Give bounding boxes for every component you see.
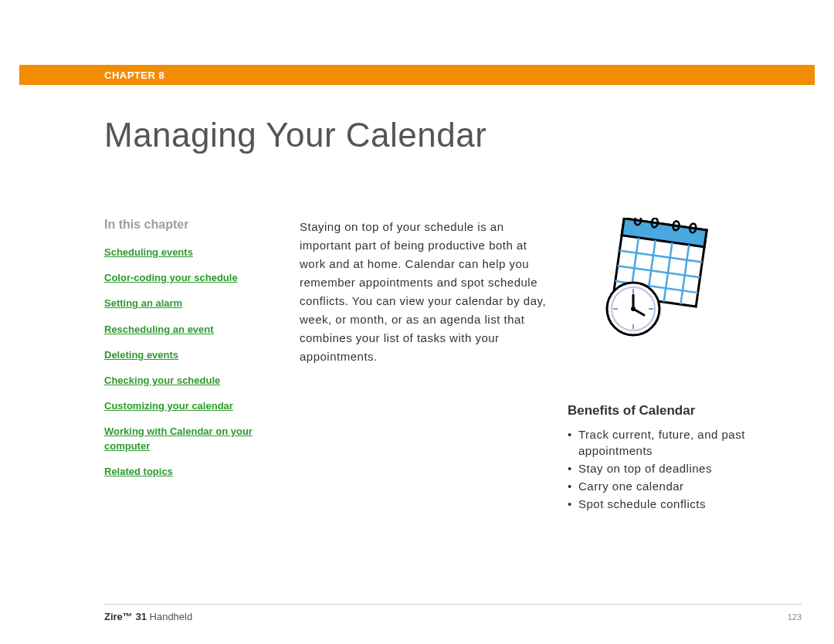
in-this-chapter-sidebar: In this chapter Scheduling events Color-… (104, 218, 278, 490)
sidebar-heading: In this chapter (104, 218, 278, 232)
list-item: Carry one calendar (568, 478, 799, 494)
footer-page-number: 123 (788, 612, 802, 622)
toc-link-scheduling-events[interactable]: Scheduling events (104, 246, 278, 259)
toc-link-related-topics[interactable]: Related topics (104, 465, 278, 479)
toc-link-working-computer[interactable]: Working with Calendar on your computer (104, 425, 278, 452)
benefits-block: Benefits of Calendar Track current, futu… (568, 403, 799, 514)
intro-paragraph: Staying on top of your schedule is an im… (300, 218, 547, 366)
svg-point-21 (631, 307, 636, 311)
chapter-label: CHAPTER 8 (104, 69, 164, 81)
chapter-banner: CHAPTER 8 (19, 65, 815, 85)
benefits-list: Track current, future, and past appointm… (568, 426, 799, 512)
footer-product-rest: Handheld (147, 611, 192, 622)
footer-product-name: Zire™ 31 (104, 611, 147, 622)
toc-link-setting-alarm[interactable]: Setting an alarm (104, 297, 278, 310)
list-item: Track current, future, and past appointm… (568, 426, 799, 459)
toc-link-checking[interactable]: Checking your schedule (104, 374, 278, 388)
list-item: Spot schedule conflicts (568, 496, 799, 512)
toc-link-deleting[interactable]: Deleting events (104, 348, 278, 362)
footer-product: Zire™ 31 Handheld (104, 611, 192, 622)
page-footer: Zire™ 31 Handheld 123 (104, 604, 802, 622)
toc-link-customizing[interactable]: Customizing your calendar (104, 399, 278, 413)
benefits-heading: Benefits of Calendar (568, 403, 799, 419)
toc-link-color-coding[interactable]: Color-coding your schedule (104, 271, 278, 285)
list-item: Stay on top of deadlines (568, 460, 799, 476)
toc-link-rescheduling[interactable]: Rescheduling an event (104, 323, 278, 337)
page-title: Managing Your Calendar (104, 116, 486, 154)
calendar-clock-icon (595, 218, 718, 341)
